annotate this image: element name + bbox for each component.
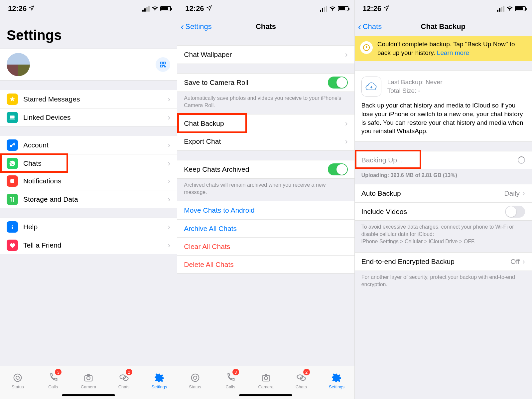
backup-info: Last Backup: Never Total Size: - Back up… — [355, 70, 532, 142]
include-videos-toggle[interactable] — [505, 206, 525, 218]
gear-icon — [332, 372, 341, 383]
nav-header: ‹ Chats Chat Backup — [355, 17, 532, 36]
nav-title: Chats — [256, 22, 276, 31]
chevron-left-icon: ‹ — [181, 22, 184, 32]
status-icon — [13, 372, 23, 383]
laptop-icon — [7, 112, 18, 123]
status-bar: 12:26 — [355, 0, 532, 17]
gear-icon — [154, 372, 164, 383]
svg-point-11 — [14, 374, 22, 382]
svg-rect-6 — [10, 119, 15, 119]
tab-chats[interactable]: Chats2 — [284, 366, 319, 396]
keep-archived-toggle[interactable] — [328, 163, 348, 175]
chevron-right-icon: › — [168, 159, 170, 168]
tab-settings[interactable]: Settings — [142, 366, 177, 396]
status-bar: 12:26 — [0, 0, 177, 17]
svg-rect-10 — [12, 227, 13, 229]
banner-text: Couldn't complete backup. Tap "Back Up N… — [377, 40, 526, 57]
chats-row[interactable]: Chats › — [0, 154, 177, 172]
tab-calls[interactable]: Calls3 — [213, 366, 248, 396]
learn-more-link[interactable]: Learn more — [437, 49, 469, 56]
chevron-right-icon: › — [168, 195, 170, 204]
qr-code-button[interactable] — [156, 57, 170, 72]
svg-rect-0 — [161, 62, 163, 64]
tab-chats[interactable]: Chats 2 — [106, 366, 141, 396]
calls-badge: 3 — [232, 369, 239, 375]
nav-header: ‹ Settings Chats — [177, 17, 354, 36]
svg-rect-9 — [12, 225, 13, 226]
include-videos-row[interactable]: Include Videos — [355, 202, 532, 220]
warning-banner[interactable]: Couldn't complete backup. Tap "Back Up N… — [355, 36, 532, 61]
save-camera-footer: Automatically save photos and videos you… — [177, 92, 354, 110]
page-title: Settings — [0, 17, 177, 49]
uploading-status: Uploading: 393.6 MB of 2.81 GB (13%) — [355, 169, 532, 180]
status-right — [142, 4, 171, 13]
signal-icon — [320, 6, 327, 12]
back-button[interactable]: ‹ Chats — [358, 22, 382, 32]
profile-row[interactable] — [0, 49, 177, 81]
chevron-right-icon: › — [168, 140, 170, 150]
linked-devices-row[interactable]: Linked Devices › — [0, 108, 177, 126]
status-bar: 12:26 — [177, 0, 354, 17]
svg-point-21 — [264, 376, 268, 380]
keep-archived-row[interactable]: Keep Chats Archived — [177, 160, 354, 178]
svg-point-19 — [194, 376, 197, 379]
tab-status[interactable]: Status — [0, 366, 35, 396]
whatsapp-icon — [7, 158, 18, 169]
wifi-icon — [329, 4, 336, 13]
svg-rect-4 — [165, 66, 166, 67]
warning-icon — [360, 41, 373, 54]
arrows-icon — [7, 194, 18, 205]
info-icon — [7, 221, 18, 233]
svg-rect-8 — [10, 179, 14, 183]
bell-icon — [7, 175, 18, 187]
tab-status[interactable]: Status — [177, 366, 212, 396]
chats-badge: 2 — [303, 369, 310, 375]
export-chat-row[interactable]: Export Chat › — [177, 132, 354, 150]
account-row[interactable]: Account › — [0, 136, 177, 154]
tab-camera[interactable]: Camera — [71, 366, 106, 396]
tell-friend-row[interactable]: Tell a Friend › — [0, 236, 177, 254]
status-time: 12:26 — [8, 4, 27, 13]
chat-backup-row[interactable]: Chat Backup › — [177, 114, 354, 132]
tab-camera[interactable]: Camera — [248, 366, 283, 396]
starred-messages-row[interactable]: Starred Messages › — [0, 90, 177, 108]
svg-point-14 — [87, 376, 90, 380]
chevron-right-icon: › — [345, 119, 348, 128]
calls-badge: 3 — [55, 369, 62, 375]
chevron-right-icon: › — [168, 241, 170, 250]
storage-data-row[interactable]: Storage and Data › — [0, 190, 177, 208]
auto-backup-row[interactable]: Auto Backup Daily › — [355, 184, 532, 202]
keep-archived-footer: Archived chats will remain archived when… — [177, 179, 354, 197]
archive-all-chats-row[interactable]: Archive All Chats — [177, 219, 354, 237]
svg-rect-5 — [10, 115, 14, 118]
camera-icon — [83, 372, 93, 383]
tab-calls[interactable]: Calls 3 — [35, 366, 70, 396]
save-camera-toggle[interactable] — [328, 77, 348, 89]
clear-all-chats-row[interactable]: Clear All Chats — [177, 237, 354, 255]
cloud-icon — [361, 77, 381, 97]
status-time: 12:26 — [363, 4, 381, 13]
battery-icon — [160, 6, 171, 11]
chevron-right-icon: › — [168, 176, 170, 186]
delete-all-chats-row[interactable]: Delete All Chats — [177, 255, 354, 273]
e2e-backup-row[interactable]: End-to-end Encrypted Backup Off › — [355, 253, 532, 271]
chats-settings-screen: 12:26 ‹ Settings Chats Chat Wallpaper › … — [177, 0, 354, 399]
tab-settings[interactable]: Settings — [319, 366, 354, 396]
key-icon — [7, 139, 18, 151]
notifications-row[interactable]: Notifications › — [0, 172, 177, 190]
save-camera-roll-row[interactable]: Save to Camera Roll — [177, 74, 354, 92]
help-row[interactable]: Help › — [0, 218, 177, 236]
move-chats-android-row[interactable]: Move Chats to Android — [177, 201, 354, 219]
wifi-icon — [152, 4, 158, 13]
chevron-right-icon: › — [345, 137, 348, 146]
chat-wallpaper-row[interactable]: Chat Wallpaper › — [177, 46, 354, 64]
include-videos-footer: To avoid excessive data charges, connect… — [355, 221, 532, 246]
svg-rect-1 — [164, 62, 166, 64]
back-button[interactable]: ‹ Settings — [181, 22, 212, 32]
battery-icon — [338, 6, 348, 11]
home-indicator — [239, 394, 292, 396]
home-indicator — [62, 394, 115, 396]
chevron-right-icon: › — [168, 113, 170, 122]
svg-rect-2 — [161, 65, 163, 67]
